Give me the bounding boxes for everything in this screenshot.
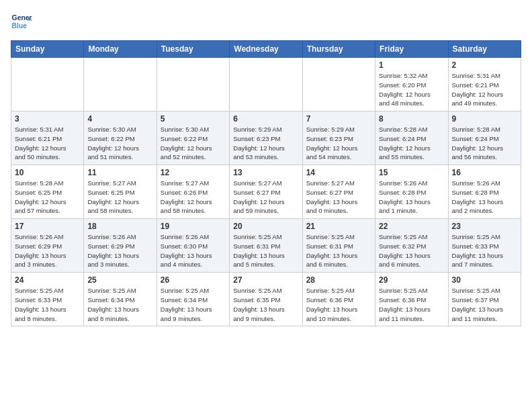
weekday-header-row: SundayMondayTuesdayWednesdayThursdayFrid… [11,41,521,58]
day-number: 2 [452,60,517,70]
calendar-cell: 24Sunrise: 5:25 AM Sunset: 6:33 PM Dayli… [11,273,84,326]
day-number: 15 [379,168,444,177]
day-info: Sunrise: 5:25 AM Sunset: 6:37 PM Dayligh… [452,286,517,323]
day-info: Sunrise: 5:25 AM Sunset: 6:33 PM Dayligh… [452,232,517,269]
day-info: Sunrise: 5:26 AM Sunset: 6:29 PM Dayligh… [15,232,80,269]
day-number: 7 [306,114,371,124]
day-info: Sunrise: 5:25 AM Sunset: 6:32 PM Dayligh… [379,232,444,269]
calendar-cell: 26Sunrise: 5:25 AM Sunset: 6:34 PM Dayli… [157,273,229,326]
day-number: 9 [452,114,517,124]
day-info: Sunrise: 5:27 AM Sunset: 6:27 PM Dayligh… [233,179,298,216]
day-number: 11 [87,168,152,177]
day-number: 19 [161,222,226,231]
calendar-cell: 4Sunrise: 5:30 AM Sunset: 6:22 PM Daylig… [84,111,157,165]
day-info: Sunrise: 5:32 AM Sunset: 6:20 PM Dayligh… [379,71,444,108]
day-info: Sunrise: 5:26 AM Sunset: 6:30 PM Dayligh… [161,232,226,269]
day-number: 8 [379,114,444,124]
day-number: 10 [15,168,80,177]
weekday-header-saturday: Saturday [448,41,521,58]
calendar-cell: 27Sunrise: 5:25 AM Sunset: 6:35 PM Dayli… [230,273,302,326]
day-number: 4 [87,114,152,124]
calendar-week-4: 17Sunrise: 5:26 AM Sunset: 6:29 PM Dayli… [11,219,521,273]
day-number: 25 [87,275,152,285]
day-number: 29 [379,275,444,285]
calendar-cell: 2Sunrise: 5:31 AM Sunset: 6:21 PM Daylig… [448,58,521,111]
weekday-header-sunday: Sunday [11,41,84,58]
day-info: Sunrise: 5:26 AM Sunset: 6:28 PM Dayligh… [379,179,444,216]
calendar-cell: 6Sunrise: 5:29 AM Sunset: 6:23 PM Daylig… [230,111,302,165]
calendar-week-2: 3Sunrise: 5:31 AM Sunset: 6:21 PM Daylig… [11,111,521,165]
day-number: 14 [306,168,371,177]
calendar-cell: 9Sunrise: 5:28 AM Sunset: 6:24 PM Daylig… [448,111,521,165]
day-info: Sunrise: 5:29 AM Sunset: 6:23 PM Dayligh… [233,125,298,162]
calendar-cell: 13Sunrise: 5:27 AM Sunset: 6:27 PM Dayli… [230,165,302,219]
day-number: 6 [233,114,298,124]
day-info: Sunrise: 5:30 AM Sunset: 6:22 PM Dayligh… [87,125,152,162]
day-number: 28 [306,275,371,285]
day-number: 13 [233,168,298,177]
day-number: 26 [161,275,226,285]
calendar-cell: 3Sunrise: 5:31 AM Sunset: 6:21 PM Daylig… [11,111,84,165]
calendar-cell: 25Sunrise: 5:25 AM Sunset: 6:34 PM Dayli… [84,273,157,326]
day-info: Sunrise: 5:31 AM Sunset: 6:21 PM Dayligh… [452,71,517,108]
calendar-cell: 8Sunrise: 5:28 AM Sunset: 6:24 PM Daylig… [375,111,448,165]
day-info: Sunrise: 5:30 AM Sunset: 6:22 PM Dayligh… [161,125,226,162]
calendar-cell: 28Sunrise: 5:25 AM Sunset: 6:36 PM Dayli… [302,273,375,326]
day-info: Sunrise: 5:27 AM Sunset: 6:27 PM Dayligh… [306,179,371,216]
calendar-cell: 1Sunrise: 5:32 AM Sunset: 6:20 PM Daylig… [375,58,448,111]
calendar-cell: 21Sunrise: 5:25 AM Sunset: 6:31 PM Dayli… [302,219,375,273]
day-info: Sunrise: 5:26 AM Sunset: 6:28 PM Dayligh… [452,179,517,216]
day-number: 1 [379,60,444,70]
day-number: 24 [15,275,80,285]
day-number: 18 [87,222,152,231]
calendar-cell: 16Sunrise: 5:26 AM Sunset: 6:28 PM Dayli… [448,165,521,219]
calendar-cell [11,58,84,111]
day-info: Sunrise: 5:25 AM Sunset: 6:35 PM Dayligh… [233,286,298,323]
calendar-cell: 22Sunrise: 5:25 AM Sunset: 6:32 PM Dayli… [375,219,448,273]
day-number: 22 [379,222,444,231]
calendar-week-5: 24Sunrise: 5:25 AM Sunset: 6:33 PM Dayli… [11,273,521,326]
calendar-cell: 30Sunrise: 5:25 AM Sunset: 6:37 PM Dayli… [448,273,521,326]
weekday-header-tuesday: Tuesday [157,41,229,58]
logo: General Blue [11,11,32,32]
day-info: Sunrise: 5:28 AM Sunset: 6:25 PM Dayligh… [15,179,80,216]
calendar-cell: 23Sunrise: 5:25 AM Sunset: 6:33 PM Dayli… [448,219,521,273]
day-number: 16 [452,168,517,177]
calendar-cell: 7Sunrise: 5:29 AM Sunset: 6:23 PM Daylig… [302,111,375,165]
day-info: Sunrise: 5:25 AM Sunset: 6:34 PM Dayligh… [87,286,152,323]
calendar-cell: 20Sunrise: 5:25 AM Sunset: 6:31 PM Dayli… [230,219,302,273]
day-info: Sunrise: 5:27 AM Sunset: 6:25 PM Dayligh… [87,179,152,216]
calendar-week-1: 1Sunrise: 5:32 AM Sunset: 6:20 PM Daylig… [11,58,521,111]
day-number: 12 [161,168,226,177]
calendar-cell: 12Sunrise: 5:27 AM Sunset: 6:26 PM Dayli… [157,165,229,219]
day-info: Sunrise: 5:25 AM Sunset: 6:36 PM Dayligh… [379,286,444,323]
day-number: 21 [306,222,371,231]
day-number: 30 [452,275,517,285]
weekday-header-monday: Monday [84,41,157,58]
day-number: 27 [233,275,298,285]
day-info: Sunrise: 5:28 AM Sunset: 6:24 PM Dayligh… [379,125,444,162]
day-number: 3 [15,114,80,124]
weekday-header-thursday: Thursday [302,41,375,58]
day-info: Sunrise: 5:29 AM Sunset: 6:23 PM Dayligh… [306,125,371,162]
day-info: Sunrise: 5:25 AM Sunset: 6:31 PM Dayligh… [306,232,371,269]
day-info: Sunrise: 5:28 AM Sunset: 6:24 PM Dayligh… [452,125,517,162]
svg-text:Blue: Blue [12,22,28,30]
day-number: 20 [233,222,298,231]
day-info: Sunrise: 5:31 AM Sunset: 6:21 PM Dayligh… [15,125,80,162]
calendar-cell: 18Sunrise: 5:26 AM Sunset: 6:29 PM Dayli… [84,219,157,273]
calendar-cell: 14Sunrise: 5:27 AM Sunset: 6:27 PM Dayli… [302,165,375,219]
day-info: Sunrise: 5:25 AM Sunset: 6:33 PM Dayligh… [15,286,80,323]
calendar-cell [84,58,157,111]
day-number: 5 [161,114,226,124]
calendar-week-3: 10Sunrise: 5:28 AM Sunset: 6:25 PM Dayli… [11,165,521,219]
logo-icon: General Blue [11,11,32,32]
calendar-cell [302,58,375,111]
day-number: 17 [15,222,80,231]
calendar-cell [230,58,302,111]
calendar-table: SundayMondayTuesdayWednesdayThursdayFrid… [11,40,521,326]
calendar-cell: 29Sunrise: 5:25 AM Sunset: 6:36 PM Dayli… [375,273,448,326]
weekday-header-friday: Friday [375,41,448,58]
calendar-cell [157,58,229,111]
day-number: 23 [452,222,517,231]
